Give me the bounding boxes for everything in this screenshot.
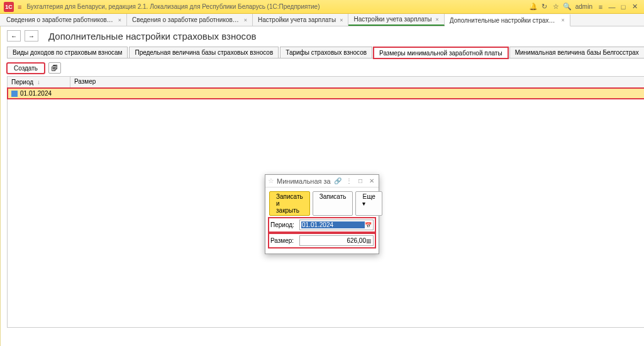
doc-tab[interactable]: Дополнительные настройки страховых взнос… (445, 14, 570, 26)
subtab[interactable]: Минимальная величина базы Белгосстрах (509, 47, 644, 58)
history-icon[interactable]: ↻ (539, 3, 550, 11)
minimize-icon[interactable]: — (606, 3, 618, 11)
user-label[interactable]: admin (575, 3, 592, 10)
period-label: Период: (270, 221, 297, 228)
favorite-icon[interactable]: ☆ (268, 177, 274, 185)
tab-close-icon[interactable]: × (436, 16, 439, 23)
period-input[interactable]: 01.01.2024 📅 (299, 220, 374, 230)
tab-close-icon[interactable]: × (244, 17, 247, 23)
dialog-min-wage: ☆ Минимальная за... 🔗 ⋮ □ ✕ Записать и з… (265, 174, 379, 254)
close-icon[interactable]: ✕ (629, 3, 640, 11)
table-row[interactable]: 01.01.2024 626,00 (8, 88, 644, 99)
dialog-title: Минимальная за... (277, 177, 331, 185)
maximize-icon[interactable]: □ (618, 3, 629, 11)
app-title: Бухгалтерия для Беларуси, редакция 2.1. … (26, 3, 527, 10)
col-period[interactable]: Период↓ (8, 77, 70, 87)
search-icon[interactable]: 🔍 (562, 3, 573, 11)
doc-tab[interactable]: Настройки учета зарплаты× (348, 14, 444, 26)
page-title: Дополнительные настройки страховых взнос… (48, 31, 644, 42)
dialog-more-button[interactable]: Еще ▾ (355, 191, 382, 216)
dialog-more-icon[interactable]: ⋮ (345, 177, 353, 184)
create-button[interactable]: Создать (7, 63, 45, 74)
subtab[interactable]: Предельная величина базы страховых взнос… (129, 47, 279, 58)
save-close-button[interactable]: Записать и закрыть (269, 191, 310, 216)
save-button[interactable]: Записать (313, 191, 353, 216)
link-icon[interactable]: 🔗 (333, 177, 342, 184)
size-label: Размер: (270, 237, 297, 244)
tab-close-icon[interactable]: × (340, 17, 343, 23)
dialog-max-icon[interactable]: □ (356, 177, 365, 184)
doc-tab[interactable]: Настройки учета зарплаты× (253, 14, 348, 26)
main-menu-icon[interactable]: ≡ (18, 3, 21, 11)
star-icon[interactable]: ☆ (550, 3, 562, 11)
doc-tab[interactable]: Сведения о заработке работников (ПУ-3)× (1, 14, 127, 26)
bell-icon[interactable]: 🔔 (528, 3, 539, 11)
tab-close-icon[interactable]: × (118, 17, 121, 23)
subtab[interactable]: Виды доходов по страховым взносам (7, 47, 128, 58)
tab-close-icon[interactable]: × (562, 17, 565, 23)
row-icon (11, 91, 18, 97)
dialog-close-icon[interactable]: ✕ (367, 177, 376, 184)
subtab[interactable]: Тарифы страховых взносов (280, 47, 372, 58)
settings-icon[interactable]: ≡ (595, 3, 606, 11)
size-input[interactable]: 626,00 ▦ (299, 235, 374, 246)
calc-icon[interactable]: ▦ (366, 238, 372, 244)
app-logo: 1C (4, 2, 14, 12)
doc-tab[interactable]: Сведения о заработке работников (ПУ-3) 0… (127, 14, 253, 26)
back-button[interactable]: ← (7, 30, 21, 42)
copy-button[interactable]: 🗐 (48, 62, 61, 74)
col-size[interactable]: Размер (70, 77, 644, 87)
subtab[interactable]: Размеры минимальной заработной платы (374, 47, 508, 59)
calendar-icon[interactable]: 📅 (365, 222, 372, 228)
forward-button[interactable]: → (25, 30, 38, 42)
